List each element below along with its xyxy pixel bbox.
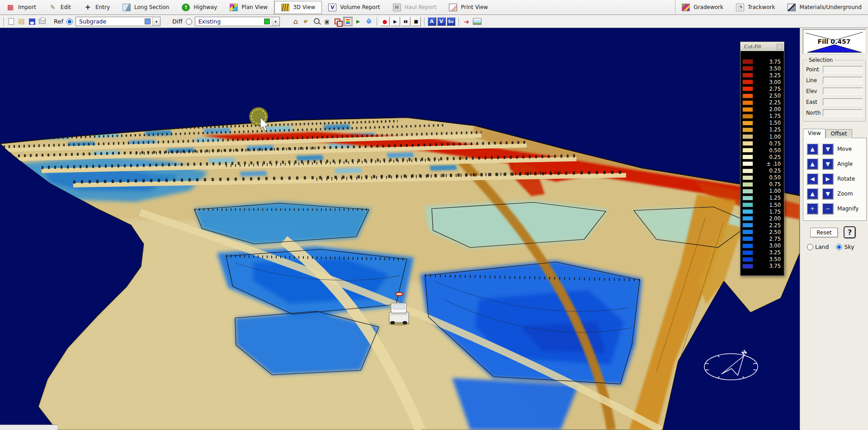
legend-row: 1.75 — [741, 208, 784, 215]
legend-title-bar[interactable]: Cut-Fill — [741, 42, 784, 51]
menu-item-gradework[interactable]: Gradework — [675, 0, 730, 14]
open-folder-icon: ▤ — [17, 17, 26, 26]
menu-item-volume-report[interactable]: VVolume Report — [322, 0, 386, 14]
selection-input-east[interactable] — [823, 98, 863, 106]
selection-row: Point — [806, 66, 863, 73]
legend-value: 1.50 — [753, 120, 784, 126]
control-row: ◀▶Rotate — [807, 173, 866, 185]
3d-viewport[interactable]: N — [0, 28, 800, 430]
diff-surface-value: Existing — [198, 18, 221, 25]
reset-button[interactable]: Reset — [810, 228, 838, 238]
legend-swatch — [742, 175, 753, 180]
control-row: ▲▼Zoom — [807, 188, 866, 200]
menu-item-import[interactable]: ▦Import — [0, 0, 42, 14]
snapshot-button[interactable] — [472, 17, 482, 26]
control-label: Rotate — [837, 176, 855, 182]
indicator-value: Fill 0.457 — [817, 38, 850, 45]
legend-value: 3.00 — [753, 243, 784, 249]
menu-item-label: Entry — [95, 4, 110, 10]
a-mode-button[interactable]: A — [428, 17, 436, 26]
diff-dropdown-arrow[interactable]: ▾ — [272, 17, 279, 26]
water-drop-button[interactable] — [364, 17, 373, 26]
menu-item-entry[interactable]: +Entry — [77, 0, 116, 14]
tab-view[interactable]: View — [803, 129, 826, 138]
overlap-views-button[interactable] — [333, 17, 342, 26]
legend-swatch — [742, 209, 753, 214]
surface-toolbar: ▤ Ref Subgrade ▾ Diff Existing ▾ ⌂☛▣▶ ●▶… — [0, 15, 868, 28]
toolbar-grip[interactable] — [2, 17, 4, 26]
menu-item-trackwork[interactable]: ◔Trackwork — [730, 0, 781, 14]
legend-close-button[interactable] — [777, 44, 783, 50]
pan-button[interactable]: ☛ — [302, 17, 311, 26]
open-file-button[interactable]: ▤ — [17, 17, 26, 26]
legend-value: 3.25 — [753, 72, 784, 79]
tab-offset[interactable]: Offset — [826, 129, 852, 138]
edit-pencil-icon: ✎ — [49, 4, 57, 11]
selection-row: East — [806, 98, 863, 106]
play-button[interactable]: ▶ — [391, 17, 400, 26]
menu-item-highway[interactable]: ↑Highway — [175, 0, 223, 14]
legend-row: 3.75 — [741, 263, 784, 270]
ref-surface-combo[interactable]: Subgrade ▾ — [75, 17, 160, 26]
selection-input-point[interactable] — [823, 66, 863, 73]
rotate-left-button[interactable]: ◀ — [807, 173, 818, 185]
ref-dropdown-arrow[interactable]: ▾ — [152, 17, 160, 26]
zoom-extents-button[interactable]: ⌂ — [291, 17, 301, 26]
legend-row: 2.00 — [741, 215, 784, 222]
legend-value: 2.50 — [753, 93, 784, 99]
menu-item-edit[interactable]: ✎Edit — [42, 0, 77, 14]
haul-report-icon: H — [393, 4, 401, 11]
selection-input-elev[interactable] — [823, 88, 863, 95]
move-down-button[interactable]: ▼ — [822, 143, 834, 155]
menu-item-3d-view[interactable]: 3D View — [274, 1, 322, 14]
legend-row: 0.25 — [741, 154, 784, 160]
help-button[interactable]: ? — [844, 226, 856, 238]
pause-button[interactable]: ▮▮ — [401, 17, 410, 26]
menu-item-long-section[interactable]: Long Section — [116, 0, 175, 14]
flow-button[interactable]: ▶ — [354, 17, 363, 26]
ref-radio[interactable] — [66, 19, 73, 25]
zoom-window-button[interactable] — [312, 17, 321, 26]
land-radio[interactable] — [807, 244, 813, 250]
new-file-button[interactable] — [6, 17, 16, 26]
file-button-group: ▤ — [6, 17, 47, 26]
legend-value: 3.00 — [753, 79, 784, 85]
menu-item-haul-report[interactable]: HHaul Report — [387, 0, 443, 14]
menu-item-print-view[interactable]: Print View — [443, 0, 494, 14]
magnify-minus-button[interactable]: − — [822, 203, 834, 215]
menu-item-materials-underground[interactable]: Materials/Underground — [781, 0, 868, 14]
v-mode-button[interactable]: V — [437, 17, 446, 26]
selection-field-label: Line — [806, 77, 823, 84]
diff-radio[interactable] — [186, 19, 192, 25]
sv-mode-button[interactable]: Sv — [447, 17, 455, 26]
exdc-button[interactable]: ▣ — [322, 17, 332, 26]
legend-scale: 3.753.503.253.002.752.502.252.001.751.50… — [741, 51, 784, 276]
ref-color-swatch — [145, 19, 151, 24]
ref-surface-value: Subgrade — [79, 18, 106, 25]
sky-radio[interactable] — [836, 244, 842, 250]
pan-hand-icon: ☛ — [302, 17, 311, 26]
selection-input-line[interactable] — [823, 77, 863, 84]
angle-down-button[interactable]: ▼ — [822, 158, 834, 170]
letter-button-group: AVSv — [427, 17, 456, 26]
angle-up-button[interactable]: ▲ — [807, 158, 818, 170]
magnify-plus-button[interactable]: + — [807, 203, 818, 215]
diff-surface-combo[interactable]: Existing ▾ — [195, 17, 280, 26]
print-button[interactable] — [38, 17, 47, 26]
rotate-right-button[interactable]: ▶ — [822, 173, 834, 185]
zoom-down-button[interactable]: ▼ — [822, 188, 834, 200]
record-button[interactable]: ● — [380, 17, 390, 26]
selection-input-north[interactable] — [823, 109, 863, 117]
control-row: ▲▼Move — [807, 143, 866, 155]
menu-item-label: Edit — [61, 4, 71, 10]
export-button[interactable]: ➔ — [462, 17, 472, 26]
save-button[interactable] — [27, 17, 37, 26]
move-up-button[interactable]: ▲ — [807, 143, 818, 155]
color-scale-icon — [344, 18, 351, 25]
cutfill-shading-button[interactable] — [343, 17, 353, 26]
menu-item-plan-view[interactable]: FPlan View — [223, 0, 274, 14]
zoom-up-button[interactable]: ▲ — [807, 188, 818, 200]
legend-swatch — [742, 216, 753, 221]
control-label: Magnify — [837, 206, 859, 212]
stop-button[interactable]: ■ — [411, 17, 421, 26]
